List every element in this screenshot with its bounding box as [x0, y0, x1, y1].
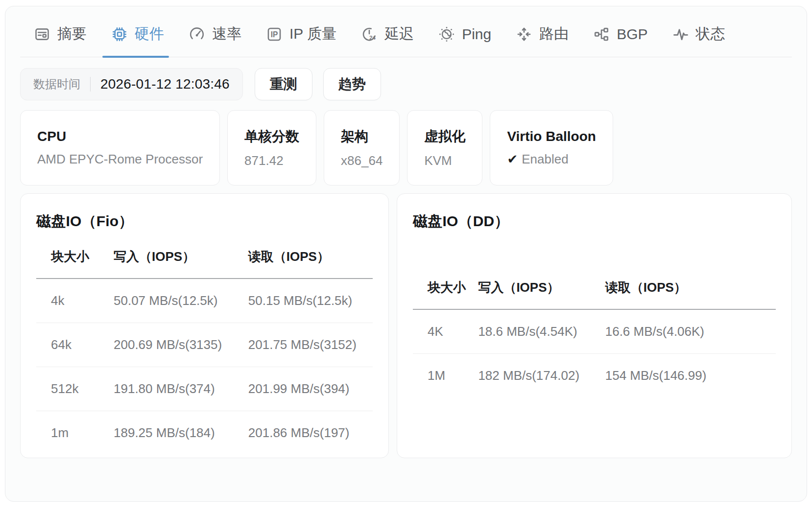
info-cards-row: CPU AMD EPYC-Rome Processor 单核分数 871.42 … — [20, 110, 792, 186]
cpu-card: CPU AMD EPYC-Rome Processor — [20, 110, 220, 186]
tab-label: 状态 — [696, 24, 725, 44]
table-header-row: 块大小 写入（IOPS） 读取（IOPS） — [413, 279, 776, 309]
write-value: 50.07 MB/s(12.5k) — [114, 279, 248, 323]
card-value: ✔Enabled — [507, 152, 596, 167]
tab-label: 延迟 — [384, 24, 414, 44]
block-size: 4K — [413, 309, 478, 354]
col-write-iops: 写入（IOPS） — [114, 248, 248, 279]
tab-bgp[interactable]: BGP — [593, 23, 647, 55]
hardware-icon — [111, 26, 128, 43]
table-row: 4k 50.07 MB/s(12.5k) 50.15 MB/s(12.5k) — [36, 279, 373, 323]
retest-button[interactable]: 重测 — [255, 68, 312, 100]
latency-icon: 24 — [361, 26, 378, 43]
disk-io-panels: 磁盘IO（Fio） 块大小 写入（IOPS） 读取（IOPS） 4k — [20, 193, 792, 458]
fio-table-wrap: 块大小 写入（IOPS） 读取（IOPS） 4k 50.07 MB/s(12.5… — [34, 248, 375, 455]
card-title: 架构 — [341, 127, 382, 146]
write-value: 18.6 MB/s(4.54K) — [478, 309, 605, 354]
card-title: CPU — [37, 129, 203, 144]
tab-label: 速率 — [212, 24, 241, 44]
tab-label: Ping — [462, 26, 491, 43]
write-value: 182 MB/s(174.02) — [478, 354, 605, 398]
card-title: Virtio Balloon — [507, 129, 596, 144]
block-size: 512k — [36, 367, 114, 411]
table-row: 64k 200.69 MB/s(3135) 201.75 MB/s(3152) — [36, 323, 373, 367]
dd-panel-title: 磁盘IO（DD） — [413, 211, 778, 232]
route-icon — [516, 26, 532, 43]
col-block-size: 块大小 — [36, 248, 114, 279]
tab-status[interactable]: 状态 — [672, 21, 725, 57]
read-value: 201.99 MB/s(394) — [248, 367, 373, 411]
write-value: 200.69 MB/s(3135) — [114, 323, 248, 367]
table-row: 512k 191.80 MB/s(374) 201.99 MB/s(394) — [36, 367, 373, 411]
status-icon — [672, 26, 689, 43]
data-time-label: 数据时间 — [33, 76, 80, 92]
svg-text:IP: IP — [271, 30, 278, 38]
read-value: 154 MB/s(146.99) — [605, 354, 776, 398]
ping-icon — [438, 26, 455, 43]
write-value: 191.80 MB/s(374) — [114, 367, 248, 411]
divider — [90, 77, 91, 92]
read-value: 50.15 MB/s(12.5k) — [248, 279, 373, 323]
toolbar: 数据时间 2026-01-12 12:03:46 重测 趋势 — [20, 68, 792, 100]
svg-text:24: 24 — [369, 34, 376, 40]
tab-label: BGP — [617, 26, 647, 43]
table-row: 1m 189.25 MB/s(184) 201.86 MB/s(197) — [36, 411, 373, 455]
read-value: 201.75 MB/s(3152) — [248, 323, 373, 367]
single-core-score-card: 单核分数 871.42 — [227, 110, 316, 186]
tab-route[interactable]: 路由 — [516, 21, 569, 57]
tab-label: 摘要 — [57, 24, 87, 44]
block-size: 1m — [36, 411, 114, 455]
tab-speed[interactable]: 速率 — [189, 21, 241, 57]
read-value: 16.6 MB/s(4.06K) — [605, 309, 776, 354]
dd-table: 块大小 写入（IOPS） 读取（IOPS） 4K 18.6 MB/s(4.54K… — [413, 279, 776, 397]
tab-label: 路由 — [539, 24, 569, 44]
tab-ping[interactable]: Ping — [438, 23, 491, 55]
check-icon: ✔ — [507, 152, 518, 166]
tab-label: 硬件 — [135, 24, 164, 44]
benchmark-report-page: 摘要 硬件 — [5, 6, 807, 502]
dd-table-wrap: 块大小 写入（IOPS） 读取（IOPS） 4K 18.6 MB/s(4.54K… — [411, 232, 778, 445]
dd-panel: 磁盘IO（DD） 块大小 写入（IOPS） 读取（IOPS） 4K — [397, 193, 792, 458]
speed-icon — [189, 26, 205, 43]
ip-quality-icon: IP — [266, 26, 283, 43]
tab-latency[interactable]: 24 延迟 — [361, 21, 414, 57]
data-time-box: 数据时间 2026-01-12 12:03:46 — [20, 68, 243, 100]
table-row: 1M 182 MB/s(174.02) 154 MB/s(146.99) — [413, 354, 776, 398]
bgp-icon — [593, 26, 610, 43]
block-size: 64k — [36, 323, 114, 367]
virtualization-card: 虚拟化 KVM — [407, 110, 482, 186]
tab-hardware[interactable]: 硬件 — [111, 21, 164, 57]
block-size: 1M — [413, 354, 478, 398]
card-title: 虚拟化 — [424, 127, 465, 146]
fio-panel: 磁盘IO（Fio） 块大小 写入（IOPS） 读取（IOPS） 4k — [20, 193, 389, 458]
architecture-card: 架构 x86_64 — [324, 110, 400, 186]
tab-summary[interactable]: 摘要 — [34, 21, 87, 57]
write-value: 189.25 MB/s(184) — [114, 411, 248, 455]
tab-ip-quality[interactable]: IP IP 质量 — [266, 21, 336, 57]
summary-icon — [34, 26, 50, 43]
table-header-row: 块大小 写入（IOPS） 读取（IOPS） — [36, 248, 373, 279]
virtio-balloon-card: Virtio Balloon ✔Enabled — [490, 110, 613, 186]
table-row: 4K 18.6 MB/s(4.54K) 16.6 MB/s(4.06K) — [413, 309, 776, 354]
fio-table: 块大小 写入（IOPS） 读取（IOPS） 4k 50.07 MB/s(12.5… — [36, 248, 373, 455]
col-block-size: 块大小 — [413, 279, 478, 309]
tab-label: IP 质量 — [289, 24, 336, 44]
card-value-text: Enabled — [522, 152, 568, 166]
col-read-iops: 读取（IOPS） — [605, 279, 776, 309]
card-value: x86_64 — [341, 153, 382, 168]
data-time-value: 2026-01-12 12:03:46 — [100, 76, 230, 92]
trend-button[interactable]: 趋势 — [323, 68, 381, 100]
card-value: 871.42 — [244, 153, 299, 168]
tab-bar: 摘要 硬件 — [20, 14, 792, 57]
fio-panel-title: 磁盘IO（Fio） — [36, 211, 375, 232]
block-size: 4k — [36, 279, 114, 323]
card-value: KVM — [424, 153, 465, 168]
col-read-iops: 读取（IOPS） — [248, 248, 373, 279]
read-value: 201.86 MB/s(197) — [248, 411, 373, 455]
card-title: 单核分数 — [244, 127, 299, 146]
card-value: AMD EPYC-Rome Processor — [37, 152, 203, 167]
col-write-iops: 写入（IOPS） — [478, 279, 605, 309]
